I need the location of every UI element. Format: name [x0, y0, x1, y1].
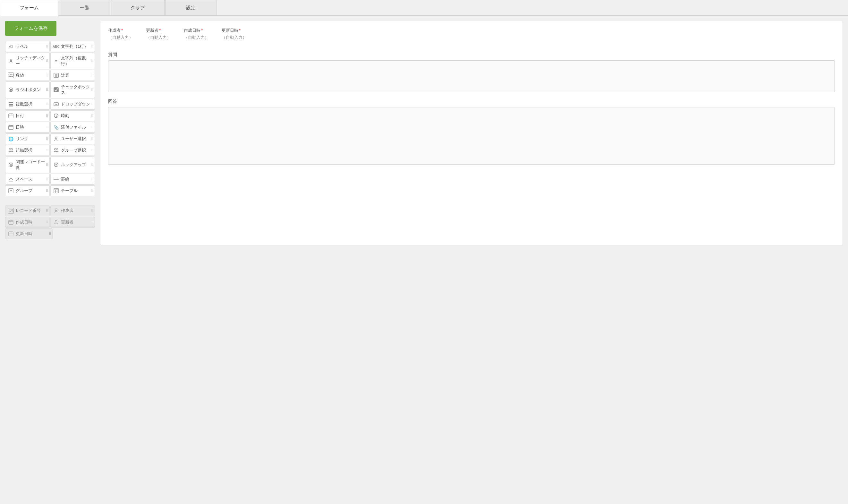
field-row-1: 🏷 ラベル ⠿ ABC 文字列（1行） ⠿ [5, 41, 95, 52]
auto-field-updated-at-value: （自動入力） [222, 35, 247, 40]
field-item-dropdown[interactable]: ドロップダウン ⠿ [50, 99, 95, 110]
field-item-number[interactable]: 123 数値 ⠿ [5, 70, 50, 81]
svg-point-23 [9, 149, 11, 150]
drag-handle: ⠿ [46, 177, 48, 181]
drag-handle: ⠿ [46, 102, 48, 106]
field-item-group-select[interactable]: グループ選択 ⠿ [50, 145, 95, 156]
field-item-link[interactable]: 🌐 リンク ⠿ [5, 133, 50, 144]
required-star-3: * [201, 28, 203, 33]
drag-handle: ⠿ [91, 177, 93, 181]
sys-field-row-2: 作成日時 ⠿ 更新者 ⠿ [5, 217, 95, 228]
form-field-question-input[interactable] [108, 60, 835, 92]
form-field-question-label: 質問 [108, 52, 835, 58]
auto-field-updated-at: 更新日時* （自動入力） [222, 28, 247, 40]
field-row-12: グループ ⠿ テーブル ⠿ [5, 185, 95, 196]
field-date-text: 日付 [16, 113, 24, 119]
form-field-question: 質問 [108, 52, 835, 92]
field-item-checkbox[interactable]: チェックボックス ⠿ [50, 82, 95, 98]
drag-handle: ⠿ [46, 114, 48, 118]
svg-rect-11 [8, 114, 13, 118]
field-updater-text: 更新者 [61, 219, 73, 225]
field-hr-text: 罫線 [61, 176, 69, 182]
field-time-text: 時刻 [61, 113, 69, 119]
user-select-icon [53, 136, 59, 142]
field-created-at-text: 作成日時 [16, 219, 32, 225]
field-related-records-text: 関連レコード一覧 [16, 159, 47, 170]
field-item-record-number[interactable]: 123 レコード番号 ⠿ [5, 205, 50, 216]
drag-handle: ⠿ [91, 189, 93, 193]
drag-handle: ⠿ [91, 88, 93, 92]
form-field-answer-input[interactable] [108, 107, 835, 165]
svg-rect-46 [8, 232, 13, 236]
created-at-icon [8, 219, 14, 225]
auto-field-creator-value: （自動入力） [108, 35, 133, 40]
svg-rect-34 [8, 188, 13, 193]
drag-handle: ⠿ [46, 220, 48, 224]
auto-field-updated-at-label: 更新日時* [222, 28, 247, 33]
drag-handle: ⠿ [46, 137, 48, 141]
field-richtext-text: リッチエディター [16, 55, 47, 67]
field-item-created-at[interactable]: 作成日時 ⠿ [5, 217, 50, 228]
field-item-time[interactable]: 時刻 ⠿ [50, 110, 95, 121]
field-item-date[interactable]: 日付 ⠿ [5, 110, 50, 121]
field-text-multi-text: 文字列（複数行） [61, 55, 92, 67]
app-container: フォーム 一覧 グラフ 設定 フォームを保存 🏷 ラベル ⠿ ABC 文字列（1… [0, 0, 848, 504]
field-item-richtext[interactable]: A リッチエディター ⠿ [5, 53, 50, 69]
field-item-text1[interactable]: ABC 文字列（1行） ⠿ [50, 41, 95, 52]
field-space-text: スペース [16, 176, 32, 182]
drag-handle: ⠿ [91, 148, 93, 152]
field-item-datetime[interactable]: 日時 ⠿ [5, 122, 50, 133]
auto-field-updater-value: （自動入力） [146, 35, 171, 40]
field-record-number-text: レコード番号 [16, 208, 41, 214]
drag-handle: ⠿ [46, 88, 48, 92]
save-button[interactable]: フォームを保存 [5, 21, 56, 36]
field-item-text-multi[interactable]: ≡ 文字列（複数行） ⠿ [50, 53, 95, 69]
field-item-user-select[interactable]: ユーザー選択 ⠿ [50, 133, 95, 144]
field-row-5: 複数選択 ⠿ ドロップダウン ⠿ [5, 99, 95, 110]
drag-handle: ⠿ [91, 114, 93, 118]
field-item-group[interactable]: グループ ⠿ [5, 185, 50, 196]
tab-list[interactable]: 一覧 [59, 0, 110, 15]
record-number-icon: 123 [8, 208, 14, 214]
svg-rect-18 [8, 125, 13, 129]
field-item-org-select[interactable]: 組織選択 ⠿ [5, 145, 50, 156]
field-item-updater[interactable]: 更新者 ⠿ [50, 217, 95, 228]
time-icon [53, 113, 59, 119]
richtext-icon: A [8, 58, 14, 64]
form-field-answer: 回答 [108, 99, 835, 165]
field-user-select-text: ユーザー選択 [61, 136, 86, 142]
field-multi-select-text: 複数選択 [16, 101, 32, 107]
field-item-calc[interactable]: 計算 ⠿ [50, 70, 95, 81]
field-item-label[interactable]: 🏷 ラベル ⠿ [5, 41, 50, 52]
field-creator-text: 作成者 [61, 208, 73, 214]
drag-handle: ⠿ [46, 209, 48, 213]
field-item-space[interactable]: スペース ⠿ [5, 174, 50, 185]
drag-handle: ⠿ [46, 163, 48, 167]
field-item-radio[interactable]: ラジオボタン ⠿ [5, 82, 50, 98]
calc-icon [53, 72, 59, 78]
field-item-creator[interactable]: 作成者 ⠿ [50, 205, 95, 216]
creator-icon [53, 208, 59, 214]
field-attachment-text: 添付ファイル [61, 124, 86, 130]
tab-form[interactable]: フォーム [0, 0, 58, 16]
tab-graph[interactable]: グラフ [111, 0, 164, 15]
svg-rect-41 [8, 220, 13, 224]
svg-rect-7 [8, 102, 13, 103]
updated-at-icon [8, 231, 14, 237]
field-item-attachment[interactable]: 📎 添付ファイル ⠿ [50, 122, 95, 133]
required-star: * [121, 28, 123, 33]
field-item-hr[interactable]: — 罫線 ⠿ [50, 174, 95, 185]
field-item-lookup[interactable]: ルックアップ ⠿ [50, 157, 95, 173]
required-star-4: * [239, 28, 241, 33]
field-item-updated-at[interactable]: 更新日時 ⠿ [5, 228, 53, 239]
org-select-icon [8, 147, 14, 153]
tab-settings[interactable]: 設定 [165, 0, 216, 15]
field-item-related-records[interactable]: 関連レコード一覧 ⠿ [5, 157, 50, 173]
field-row-4: ラジオボタン ⠿ チェックボックス ⠿ [5, 82, 95, 98]
drag-handle: ⠿ [46, 125, 48, 129]
required-star-2: * [159, 28, 161, 33]
field-palette-primary: 🏷 ラベル ⠿ ABC 文字列（1行） ⠿ A リッチエディター ⠿ [5, 41, 95, 196]
field-group-select-text: グループ選択 [61, 147, 86, 153]
field-item-multi-select[interactable]: 複数選択 ⠿ [5, 99, 50, 110]
field-item-table[interactable]: テーブル ⠿ [50, 185, 95, 196]
